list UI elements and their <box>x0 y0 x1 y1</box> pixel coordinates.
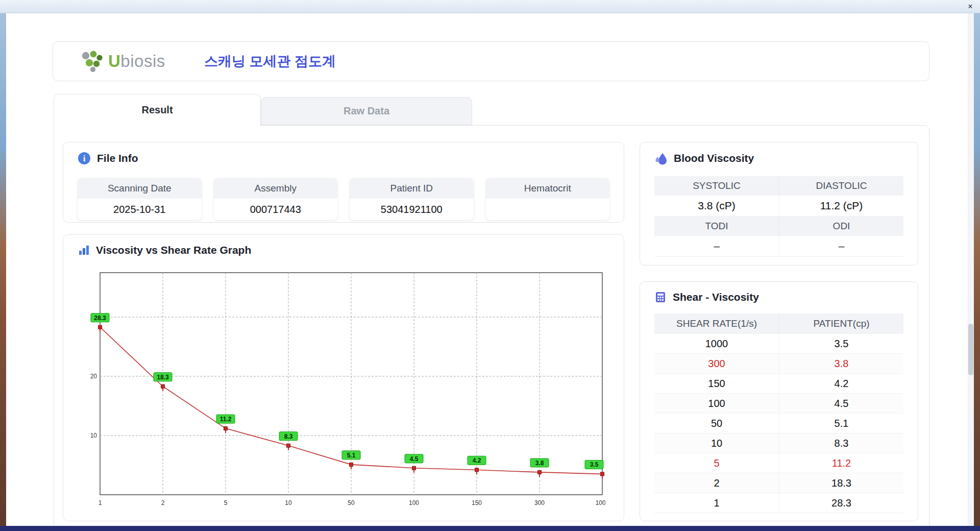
shear-rate-cell: 150 <box>654 374 779 393</box>
shear-viscosity-title: Shear - Viscosity <box>673 291 759 303</box>
window-titlebar: × <box>0 0 980 13</box>
bv-label: TODI <box>654 216 779 236</box>
file-info-title: File Info <box>97 152 138 164</box>
patient-cell: 3.8 <box>779 354 903 373</box>
field-label: Assembly <box>214 178 338 199</box>
tab-raw-data[interactable]: Raw Data <box>261 97 472 125</box>
svg-text:300: 300 <box>534 499 545 506</box>
shear-rate-cell: 1000 <box>654 334 779 353</box>
viscosity-chart: 1020301251050100150300100028.318.311.28.… <box>81 268 605 513</box>
svg-text:5.1: 5.1 <box>347 452 356 459</box>
shear-rate-cell: 5 <box>654 453 779 473</box>
shear-rate-cell: 10 <box>654 433 779 453</box>
svg-text:50: 50 <box>348 499 355 506</box>
column-shear-rate: SHEAR RATE(1/s) <box>654 313 779 334</box>
field-value: 2025-10-31 <box>78 199 202 220</box>
info-icon: i <box>78 152 91 165</box>
svg-text:18.3: 18.3 <box>157 374 169 381</box>
table-row: 3003.8 <box>654 354 903 374</box>
file-info-fields: Scanning Date2025-10-31Assembly000717443… <box>78 178 609 220</box>
droplet-icon <box>654 152 668 165</box>
shear-rate-cell: 300 <box>654 354 779 373</box>
svg-text:11.2: 11.2 <box>220 416 232 423</box>
logo-text: Ubiosis <box>108 52 165 71</box>
shear-viscosity-title-row: Shear - Viscosity <box>640 282 918 303</box>
bv-label: DIASTOLIC <box>779 176 903 196</box>
table-row: 1504.2 <box>654 374 903 394</box>
file-info-field: Patient ID53041921100 <box>350 178 474 220</box>
svg-text:3.8: 3.8 <box>535 460 544 467</box>
bv-header-row: SYSTOLICDIASTOLIC <box>654 176 903 196</box>
result-panel: i File Info Scanning Date2025-10-31Assem… <box>54 125 929 526</box>
svg-text:28.3: 28.3 <box>94 315 106 322</box>
file-info-field: Hematocrit <box>486 178 610 220</box>
field-value: 53041921100 <box>350 199 474 220</box>
svg-text:100: 100 <box>409 499 419 506</box>
shear-viscosity-card: Shear - Viscosity SHEAR RATE(1/s) PATIEN… <box>640 281 918 521</box>
bv-value: – <box>654 236 779 257</box>
graph-card: Viscosity vs Shear Rate Graph 1020301251… <box>63 234 624 521</box>
bv-value: 3.8 (cP) <box>654 196 779 216</box>
table-row: 108.3 <box>654 433 903 453</box>
shear-rate-cell: 100 <box>654 394 779 413</box>
graph-title: Viscosity vs Shear Rate Graph <box>96 244 251 256</box>
window-scrollbar[interactable] <box>968 13 974 526</box>
svg-text:5: 5 <box>224 499 228 506</box>
svg-text:2: 2 <box>161 499 165 506</box>
table-row: 10003.5 <box>654 334 903 354</box>
shear-rate-cell: 2 <box>654 473 779 493</box>
blood-viscosity-title: Blood Viscosity <box>674 152 754 164</box>
svg-text:8.3: 8.3 <box>284 433 293 440</box>
patient-cell: 3.5 <box>779 334 903 353</box>
svg-text:150: 150 <box>472 499 482 506</box>
svg-text:4.5: 4.5 <box>410 455 419 463</box>
patient-cell: 5.1 <box>779 414 903 433</box>
file-info-field: Scanning Date2025-10-31 <box>78 178 202 220</box>
svg-text:3.5: 3.5 <box>590 461 599 468</box>
svg-text:10: 10 <box>285 499 292 506</box>
table-header-row: SHEAR RATE(1/s) PATIENT(cp) <box>654 313 903 334</box>
patient-cell: 28.3 <box>779 493 903 513</box>
patient-cell: 18.3 <box>779 473 903 493</box>
bv-value-row: –– <box>654 236 903 257</box>
field-label: Hematocrit <box>486 178 610 199</box>
shear-rate-cell: 50 <box>654 414 779 433</box>
bv-header-row: TODIODI <box>654 216 903 236</box>
blood-viscosity-title-row: Blood Viscosity <box>640 142 918 165</box>
tab-result[interactable]: Result <box>54 94 261 126</box>
close-icon[interactable]: × <box>965 2 975 12</box>
ubiosis-logo: Ubiosis <box>81 51 186 72</box>
field-label: Patient ID <box>350 178 474 199</box>
bar-chart-icon <box>78 244 90 256</box>
app-window: Ubiosis 스캐닝 모세관 점도계 Result Raw Data i Fi… <box>6 13 974 526</box>
table-row: 1004.5 <box>654 394 903 414</box>
shear-viscosity-table: SHEAR RATE(1/s) PATIENT(cp) 10003.53003.… <box>654 313 903 513</box>
table-row: 505.1 <box>654 414 903 433</box>
field-value <box>486 199 610 220</box>
svg-text:4.2: 4.2 <box>473 457 481 464</box>
patient-cell: 4.5 <box>779 394 903 413</box>
calculator-icon <box>654 291 667 303</box>
bv-value-row: 3.8 (cP)11.2 (cP) <box>654 196 903 216</box>
column-patient: PATIENT(cp) <box>779 313 903 334</box>
svg-text:20: 20 <box>90 373 97 380</box>
svg-text:10: 10 <box>90 432 97 439</box>
taskbar <box>0 526 980 531</box>
bv-label: SYSTOLIC <box>654 176 779 196</box>
svg-text:1000: 1000 <box>596 499 605 506</box>
bv-value: – <box>779 236 903 257</box>
app-header: Ubiosis 스캐닝 모세관 점도계 <box>53 41 929 81</box>
svg-text:1: 1 <box>99 499 102 506</box>
patient-cell: 8.3 <box>779 433 903 453</box>
shear-rate-cell: 1 <box>654 493 779 513</box>
bv-value: 11.2 (cP) <box>779 196 903 216</box>
table-row: 511.2 <box>654 453 903 473</box>
blood-viscosity-grid: SYSTOLICDIASTOLIC3.8 (cP)11.2 (cP)TODIOD… <box>654 176 903 257</box>
table-row: 128.3 <box>654 493 903 513</box>
field-value: 000717443 <box>214 199 338 220</box>
scrollbar-thumb[interactable] <box>968 324 973 375</box>
table-row: 218.3 <box>654 473 903 493</box>
file-info-field: Assembly000717443 <box>214 178 338 220</box>
graph-title-row: Viscosity vs Shear Rate Graph <box>63 235 624 256</box>
blood-viscosity-card: Blood Viscosity SYSTOLICDIASTOLIC3.8 (cP… <box>640 142 918 266</box>
